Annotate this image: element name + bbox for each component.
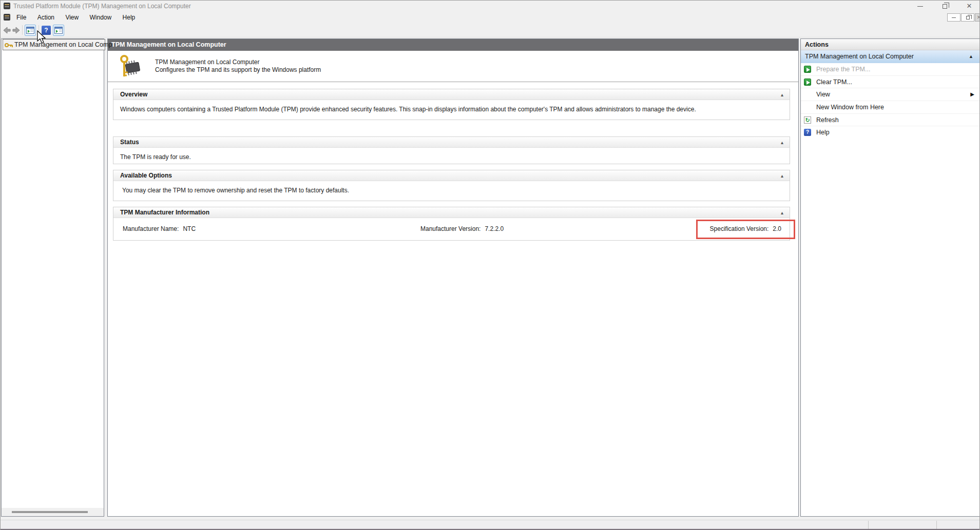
status-bar-divider xyxy=(868,521,869,529)
chevron-up-icon[interactable]: ▴ xyxy=(781,137,783,148)
section-status-body: The TPM is ready for use. xyxy=(113,148,790,161)
back-button[interactable] xyxy=(3,26,11,36)
back-icon xyxy=(3,26,11,34)
status-bar xyxy=(1,520,979,529)
toolbar-separator xyxy=(22,25,23,35)
chevron-up-icon[interactable]: ▴ xyxy=(781,207,783,218)
close-icon: ✕ xyxy=(967,2,972,10)
section-overview: Overview ▴ Windows computers containing … xyxy=(113,89,790,120)
console-tree-icon xyxy=(26,27,34,34)
minimize-icon xyxy=(917,6,923,7)
title-bar: Trusted Platform Module (TPM) Management… xyxy=(1,1,979,12)
actions-group-header[interactable]: TPM Management on Local Computer ▲ xyxy=(801,50,979,63)
collapse-icon[interactable]: ▲ xyxy=(969,50,973,63)
field-value: 7.2.2.0 xyxy=(485,225,504,232)
section-title: Overview xyxy=(120,91,147,98)
green-go-icon xyxy=(804,66,811,73)
tpm-key-chip-icon xyxy=(118,54,143,80)
section-manufacturer-info: TPM Manufacturer Information ▴ Manufactu… xyxy=(113,207,790,241)
menu-view[interactable]: View xyxy=(61,12,83,23)
section-manufacturer-info-header[interactable]: TPM Manufacturer Information ▴ xyxy=(113,207,790,218)
action-item-label: Prepare the TPM... xyxy=(816,63,870,76)
action-item-clear-tpm[interactable]: Clear TPM... xyxy=(801,76,979,89)
forward-icon xyxy=(12,26,21,34)
results-pane-header: TPM Management on Local Computer xyxy=(108,39,798,51)
intro-title: TPM Management on Local Computer xyxy=(155,58,321,66)
menu-file[interactable]: File xyxy=(12,12,31,23)
child-minimize-button[interactable] xyxy=(947,13,960,22)
action-item-label: View xyxy=(816,88,830,101)
action-item-prepare-tpm[interactable]: Prepare the TPM... xyxy=(801,63,979,76)
manufacturer-fields: Manufacturer Name:NTC Manufacturer Versi… xyxy=(113,218,790,241)
field-label: Manufacturer Version: xyxy=(420,225,481,232)
console-tree-toggle-button[interactable] xyxy=(25,25,36,36)
field-value: NTC xyxy=(183,225,196,232)
menu-help[interactable]: Help xyxy=(118,12,140,23)
menu-action[interactable]: Action xyxy=(33,12,59,23)
results-panel: TPM Management on Local Computer xyxy=(107,38,799,517)
actions-panel: Actions TPM Management on Local Computer… xyxy=(800,38,980,517)
section-title: Status xyxy=(120,139,139,146)
console-doc-icon xyxy=(4,14,10,21)
app-icon xyxy=(4,3,10,9)
console-tree-panel xyxy=(1,38,104,517)
chevron-up-icon[interactable]: ▴ xyxy=(781,170,783,181)
minimize-button[interactable] xyxy=(912,1,928,12)
action-item-refresh[interactable]: ↻ Refresh xyxy=(801,114,979,127)
window-title: Trusted Platform Module (TPM) Management… xyxy=(13,1,191,12)
child-close-button[interactable]: ✕ xyxy=(975,13,980,22)
status-bar-divider xyxy=(936,521,937,529)
tree-item-tpm-management[interactable]: TPM Management on Local Comp xyxy=(3,39,105,50)
action-item-label: New Window from Here xyxy=(816,101,884,114)
forward-button[interactable] xyxy=(12,26,21,36)
restore-icon xyxy=(943,4,947,9)
toolbar: ? xyxy=(1,23,979,37)
close-button[interactable]: ✕ xyxy=(962,1,977,12)
actions-group-label: TPM Management on Local Computer xyxy=(805,53,914,60)
red-highlight-box xyxy=(696,220,795,239)
section-title: Available Options xyxy=(120,172,172,179)
section-available-options: Available Options ▴ You may clear the TP… xyxy=(113,170,790,201)
submenu-arrow-icon: ▶ xyxy=(970,88,974,101)
tree-item-label: TPM Management on Local Comp xyxy=(14,40,112,50)
mouse-cursor xyxy=(37,30,48,46)
actions-panel-title: Actions xyxy=(801,39,979,50)
action-pane-toggle-button[interactable] xyxy=(53,25,64,36)
manufacturer-name-field: Manufacturer Name:NTC xyxy=(123,225,196,232)
chevron-up-icon[interactable]: ▴ xyxy=(781,89,783,100)
action-item-label: Clear TPM... xyxy=(816,76,852,89)
section-available-options-header[interactable]: Available Options ▴ xyxy=(113,170,790,181)
restore-button[interactable] xyxy=(937,1,952,12)
snapin-intro: TPM Management on Local Computer Configu… xyxy=(108,51,798,82)
field-label: Manufacturer Name: xyxy=(123,225,179,232)
green-go-icon xyxy=(804,78,811,86)
section-status-header[interactable]: Status ▴ xyxy=(113,137,790,148)
action-item-new-window[interactable]: New Window from Here xyxy=(801,101,979,114)
key-icon xyxy=(5,41,13,49)
action-pane-icon xyxy=(54,27,63,34)
action-item-label: Refresh xyxy=(816,114,839,127)
section-overview-body: Windows computers containing a Trusted P… xyxy=(113,100,790,113)
action-item-view[interactable]: View ▶ xyxy=(801,88,979,101)
mmc-window: Trusted Platform Module (TPM) Management… xyxy=(0,0,980,530)
child-restore-icon xyxy=(966,16,970,19)
menu-window[interactable]: Window xyxy=(85,12,117,23)
intro-subtitle: Configures the TPM and its support by th… xyxy=(155,66,321,74)
section-overview-header[interactable]: Overview ▴ xyxy=(113,89,790,100)
section-status: Status ▴ The TPM is ready for use. xyxy=(113,136,790,164)
help-icon: ? xyxy=(804,129,811,136)
child-close-icon: ✕ xyxy=(977,14,980,20)
action-item-help[interactable]: ? Help xyxy=(801,126,979,139)
scrollbar-thumb[interactable] xyxy=(12,511,88,513)
tree-horizontal-scrollbar[interactable] xyxy=(2,508,104,516)
section-title: TPM Manufacturer Information xyxy=(120,209,209,216)
section-available-options-body: You may clear the TPM to remove ownershi… xyxy=(113,181,790,194)
child-restore-button[interactable] xyxy=(961,13,974,22)
action-item-label: Help xyxy=(816,126,830,139)
refresh-icon: ↻ xyxy=(804,116,811,124)
manufacturer-version-field: Manufacturer Version:7.2.2.0 xyxy=(420,225,504,232)
menu-bar: File Action View Window Help ✕ xyxy=(1,12,979,23)
child-minimize-icon xyxy=(952,17,956,18)
